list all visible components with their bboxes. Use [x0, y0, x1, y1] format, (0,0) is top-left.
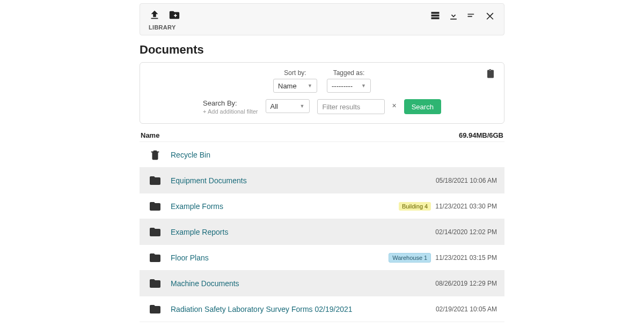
timestamp: 02/14/2020 12:02 PM: [435, 228, 497, 236]
folder-link[interactable]: Machine Documents: [171, 279, 239, 288]
tagged-as-label: Tagged as:: [333, 69, 365, 77]
folder-link[interactable]: Example Forms: [171, 202, 223, 211]
search-by-select[interactable]: All ▼: [266, 99, 310, 113]
list-item: Equipment Documents05/18/2021 10:06 AM: [140, 168, 504, 193]
search-button[interactable]: Search: [404, 99, 441, 114]
folder-link[interactable]: Example Reports: [171, 228, 228, 236]
library-label: LIBRARY: [149, 24, 181, 31]
folder-link[interactable]: Radiation Safety Laboratory Survey Forms…: [171, 305, 353, 313]
list-item: Radiation Safety Laboratory Survey Forms…: [140, 296, 504, 322]
list-item: Floor PlansWarehouse 111/23/2021 03:15 P…: [140, 245, 504, 271]
tag-badge: Building 4: [399, 202, 431, 211]
sort-by-value: Name: [278, 82, 297, 90]
search-by-value: All: [270, 102, 278, 110]
column-header-name: Name: [141, 131, 159, 139]
timestamp: 02/19/2021 10:05 AM: [436, 305, 497, 313]
new-folder-icon[interactable]: [168, 9, 181, 21]
folder-icon: [147, 303, 163, 316]
folder-link[interactable]: Equipment Documents: [171, 176, 247, 185]
folder-link[interactable]: Recycle Bin: [171, 151, 210, 159]
page-title: Documents: [140, 43, 504, 57]
clipboard-icon[interactable]: [486, 69, 495, 79]
close-icon[interactable]: [485, 10, 495, 21]
folder-link[interactable]: Floor Plans: [171, 253, 209, 262]
storage-usage: 69.94MB/6GB: [459, 131, 503, 139]
sort-by-label: Sort by:: [284, 69, 306, 77]
tagged-as-select[interactable]: --------- ▼: [327, 79, 371, 93]
folder-icon: [147, 251, 163, 264]
timestamp: 08/26/2019 12:29 PM: [435, 280, 497, 287]
caret-down-icon: ▼: [361, 83, 366, 88]
sort-icon[interactable]: [466, 10, 477, 21]
filter-results-input[interactable]: [317, 99, 385, 114]
tagged-as-value: ---------: [332, 82, 353, 90]
search-by-label: Search By:: [203, 99, 258, 107]
add-additional-filter[interactable]: + Add additional filter: [203, 108, 258, 115]
folder-icon: [147, 277, 163, 290]
list-item: Example Reports02/14/2020 12:02 PM: [140, 219, 504, 245]
clear-filter-button[interactable]: ×: [392, 99, 397, 110]
timestamp: 11/23/2021 03:30 PM: [435, 203, 497, 210]
folder-icon: [147, 174, 163, 187]
folder-icon: [147, 200, 163, 213]
list-item: Example FormsBuilding 411/23/2021 03:30 …: [140, 193, 504, 219]
sort-by-select[interactable]: Name ▼: [273, 79, 317, 93]
list-view-icon[interactable]: [430, 10, 441, 21]
upload-icon[interactable]: [149, 9, 160, 21]
tag-badge: Warehouse 1: [389, 253, 431, 263]
list-item: Recycle Bin: [140, 142, 504, 168]
caret-down-icon: ▼: [300, 103, 305, 109]
timestamp: 11/23/2021 03:15 PM: [435, 254, 497, 262]
trash-icon: [147, 148, 163, 162]
timestamp: 05/18/2021 10:06 AM: [436, 177, 497, 184]
filter-panel: Sort by: Name ▼ Tagged as: --------- ▼ S…: [140, 62, 504, 124]
folder-icon: [147, 226, 163, 238]
caret-down-icon: ▼: [308, 83, 312, 88]
download-icon[interactable]: [448, 10, 459, 21]
list-item: Machine Documents08/26/2019 12:29 PM: [140, 271, 504, 296]
document-list: Recycle BinEquipment Documents05/18/2021…: [140, 141, 504, 322]
toolbar: LIBRARY: [140, 3, 504, 35]
